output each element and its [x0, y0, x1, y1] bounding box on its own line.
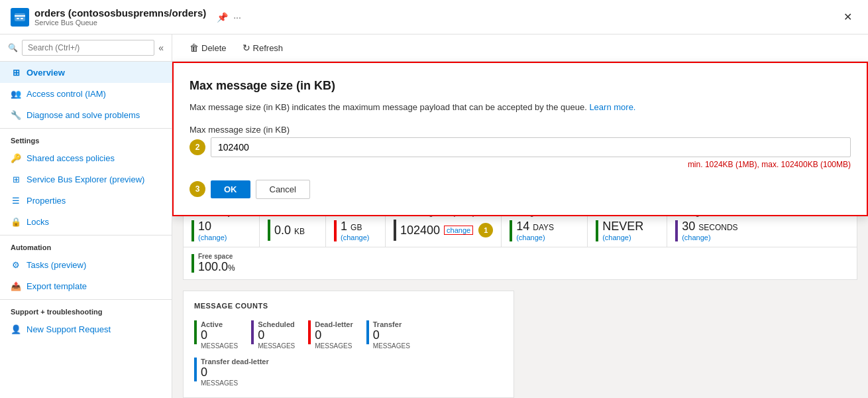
msg-count-transfer-dead-bar — [194, 358, 197, 381]
service-bus-icon — [11, 8, 29, 27]
content-area: 🗑 Delete ↻ Refresh Max message size (in … — [172, 34, 868, 398]
sidebar-item-iam-label: Access control (IAM) — [27, 89, 106, 99]
sidebar-item-properties[interactable]: ☰ Properties — [0, 190, 172, 211]
stat-max-size-bar — [334, 220, 337, 241]
step-3-badge: 3 — [190, 181, 205, 197]
max-message-size-input[interactable] — [211, 137, 851, 157]
delete-label: Delete — [201, 43, 227, 53]
modal-input-row: 2 — [190, 137, 851, 157]
more-icon[interactable]: ··· — [233, 12, 241, 23]
page-subtitle: Service Bus Queue — [34, 19, 206, 27]
free-space-row: Free space 100.0% — [183, 247, 857, 280]
msg-count-active-label: Active — [201, 320, 238, 328]
sidebar-item-new-support[interactable]: 👤 New Support Request — [0, 318, 172, 340]
msg-count-transfer-dead-label: Transfer dead-letter — [201, 358, 269, 365]
sidebar-item-tasks-label: Tasks (preview) — [27, 260, 86, 270]
modal-desc-text: Max message size (in KB) indicates the m… — [190, 102, 589, 112]
lock-icon: 🔒 — [11, 216, 21, 227]
stat-msg-ttl-change[interactable]: (change) — [516, 233, 554, 241]
stat-msg-ttl-bar — [510, 220, 512, 241]
export-icon: 📤 — [11, 281, 21, 291]
sidebar-item-diagnose-label: Diagnose and solve problems — [27, 110, 140, 120]
sidebar-item-export[interactable]: 📤 Export template — [0, 275, 172, 297]
stat-max-delivery-value: 10 — [198, 220, 227, 233]
properties-icon: ☰ — [11, 195, 21, 206]
iam-icon: 👥 — [11, 88, 21, 99]
msg-count-scheduled-value: 0 — [258, 328, 295, 342]
sidebar-item-properties-label: Properties — [27, 196, 66, 206]
page-title: orders (contososbuspremns/orders) — [34, 7, 206, 19]
stat-current-size-value: 0.0 KB — [274, 224, 305, 237]
step-2-badge: 2 — [190, 139, 205, 155]
learn-more-link[interactable]: Learn more. — [589, 102, 635, 112]
stat-auto-delete-change[interactable]: (change) — [602, 233, 643, 241]
diagnose-icon: 🔧 — [11, 109, 21, 120]
free-space-value: 100.0% — [198, 260, 235, 274]
msg-count-scheduled: Scheduled 0 MESSAGES — [251, 320, 295, 350]
close-button[interactable]: ✕ — [838, 8, 857, 26]
message-counts-card: MESSAGE COUNTS Active 0 MESSAGES — [183, 291, 514, 398]
msg-count-dead-letter-unit: MESSAGES — [315, 342, 353, 350]
msg-count-dead-letter-bar — [308, 320, 311, 344]
stat-lock-duration-change[interactable]: (change) — [682, 233, 737, 241]
sidebar-item-overview[interactable]: ⊞ Overview — [0, 62, 172, 83]
ok-button[interactable]: OK — [211, 180, 250, 198]
settings-section-label: Settings — [0, 128, 172, 147]
message-counts-title: MESSAGE COUNTS — [194, 302, 503, 310]
tasks-icon: ⚙ — [11, 259, 21, 270]
sidebar-item-service-bus-explorer[interactable]: ⊞ Service Bus Explorer (preview) — [0, 168, 172, 190]
msg-count-transfer-label: Transfer — [373, 320, 410, 328]
search-input[interactable] — [22, 40, 154, 56]
stat-max-msg-size-change[interactable]: change — [444, 226, 473, 235]
delete-icon: 🗑 — [190, 42, 199, 53]
refresh-label: Refresh — [253, 43, 284, 53]
stat-max-size-value: 1 GB — [341, 220, 369, 233]
svg-rect-0 — [15, 13, 25, 21]
sidebar-search-area: 🔍 « — [0, 34, 172, 62]
modal-field-label: Max message size (in KB) — [190, 125, 851, 135]
delete-button[interactable]: 🗑 Delete — [183, 40, 233, 56]
stat-max-size-change[interactable]: (change) — [341, 233, 369, 241]
stat-auto-delete-bar — [596, 220, 598, 241]
stat-current-size-bar — [268, 220, 270, 241]
msg-count-active: Active 0 MESSAGES — [194, 320, 238, 350]
msg-count-scheduled-unit: MESSAGES — [258, 342, 295, 350]
svg-rect-3 — [21, 18, 23, 19]
pin-icon[interactable]: 📌 — [217, 12, 228, 23]
sidebar-item-new-support-label: New Support Request — [27, 324, 111, 334]
msg-count-transfer: Transfer 0 MESSAGES — [366, 320, 410, 350]
msg-count-dead-letter-value: 0 — [315, 328, 353, 342]
sidebar-item-tasks[interactable]: ⚙ Tasks (preview) — [0, 254, 172, 275]
msg-count-dead-letter: Dead-letter 0 MESSAGES — [308, 320, 353, 350]
content-body: Max message size (in KB) Max message siz… — [172, 62, 868, 398]
free-space-bar — [191, 254, 194, 273]
msg-count-transfer-dead: Transfer dead-letter 0 MESSAGES — [194, 358, 503, 387]
modal-description: Max message size (in KB) indicates the m… — [190, 101, 851, 114]
overview-icon: ⊞ — [11, 67, 21, 78]
sidebar-item-shared-access[interactable]: 🔑 Shared access policies — [0, 147, 172, 168]
sidebar-item-diagnose[interactable]: 🔧 Diagnose and solve problems — [0, 104, 172, 125]
sidebar-item-shared-access-label: Shared access policies — [27, 153, 115, 163]
toolbar: 🗑 Delete ↻ Refresh — [172, 34, 868, 62]
svg-rect-1 — [15, 15, 25, 17]
stat-lock-duration-bar — [675, 220, 678, 241]
msg-count-transfer-bar — [366, 320, 369, 344]
refresh-button[interactable]: ↻ Refresh — [236, 40, 290, 56]
header-left: orders (contososbuspremns/orders) Servic… — [11, 7, 241, 27]
stat-max-delivery-change[interactable]: (change) — [198, 233, 227, 241]
sidebar: 🔍 « ⊞ Overview 👥 Access control (IAM) 🔧 … — [0, 34, 172, 398]
msg-count-active-bar — [194, 320, 197, 344]
msg-count-dead-letter-label: Dead-letter — [315, 320, 353, 328]
sidebar-item-overview-label: Overview — [27, 68, 65, 78]
key-icon: 🔑 — [11, 153, 21, 163]
header-title-group: orders (contososbuspremns/orders) Servic… — [34, 7, 206, 27]
msg-count-transfer-dead-unit: MESSAGES — [201, 379, 269, 387]
collapse-icon[interactable]: « — [158, 42, 164, 53]
sidebar-navigation: ⊞ Overview 👥 Access control (IAM) 🔧 Diag… — [0, 62, 172, 398]
stat-max-msg-size-value: 102400 change 1 — [400, 223, 493, 237]
sidebar-item-iam[interactable]: 👥 Access control (IAM) — [0, 83, 172, 104]
sidebar-item-export-label: Export template — [27, 281, 87, 291]
sidebar-item-locks[interactable]: 🔒 Locks — [0, 211, 172, 232]
cancel-button[interactable]: Cancel — [256, 180, 310, 199]
msg-count-transfer-dead-value: 0 — [201, 365, 269, 379]
